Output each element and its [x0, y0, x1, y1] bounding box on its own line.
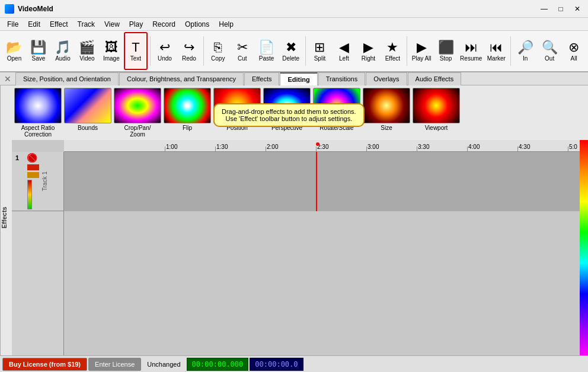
- track-color-orange[interactable]: [27, 172, 39, 178]
- tab-effects[interactable]: Effects: [244, 72, 279, 85]
- menu-item-effect[interactable]: Effect: [45, 19, 72, 30]
- all-toolbar-button[interactable]: ⊗All: [562, 32, 586, 70]
- ruler-mark-8: 4:30: [519, 144, 530, 150]
- menu-item-track[interactable]: Track: [73, 19, 100, 30]
- effect-icon: ★: [386, 41, 398, 54]
- video-toolbar-button[interactable]: 🎬Video: [75, 32, 99, 70]
- menu-item-help[interactable]: Help: [214, 19, 238, 30]
- image-label: Image: [103, 55, 120, 62]
- right-label: Right: [362, 55, 375, 62]
- undo-toolbar-button[interactable]: ↩Undo: [153, 32, 177, 70]
- all-label: All: [571, 55, 577, 62]
- out-toolbar-button[interactable]: 🔍Out: [538, 32, 561, 70]
- effect-rotate-scale[interactable]: Rotate/Scale: [313, 88, 360, 138]
- tab-transitions[interactable]: Transitions: [318, 72, 365, 85]
- in-toolbar-button[interactable]: 🔎In: [513, 32, 537, 70]
- viewport-thumbnail: [413, 88, 460, 123]
- split-icon: ⊞: [314, 41, 325, 54]
- buy-license-button[interactable]: Buy License (from $19): [2, 358, 87, 371]
- effect-aspect-ratio[interactable]: Aspect Ratio Correction: [14, 88, 62, 138]
- audio-toolbar-button[interactable]: 🎵Audio: [51, 32, 75, 70]
- effect-flip[interactable]: Flip: [164, 88, 211, 138]
- resume-label: Resume: [460, 55, 482, 62]
- crop-pan-zoom-label: Crop/Pan/ Zoom: [124, 125, 151, 138]
- enter-license-button[interactable]: Enter License: [88, 358, 141, 371]
- maximize-button[interactable]: □: [555, 3, 567, 15]
- copy-toolbar-button[interactable]: ⎘Copy: [206, 32, 230, 70]
- video-label: Video: [79, 55, 94, 62]
- tab-overlays[interactable]: Overlays: [366, 72, 407, 85]
- marker-toolbar-button[interactable]: ⏮Marker: [484, 32, 508, 70]
- ruler-line-5: [366, 147, 367, 151]
- color-strip: [580, 140, 588, 355]
- effects-sidebar-label: Effects: [1, 206, 8, 228]
- mute-button[interactable]: 🚫: [27, 153, 37, 163]
- effect-perspective[interactable]: Perspective: [263, 88, 311, 138]
- track-content[interactable]: [64, 152, 588, 211]
- undo-label: Undo: [158, 55, 172, 62]
- menu-item-view[interactable]: View: [100, 19, 124, 30]
- ruler-line-7: [467, 147, 468, 151]
- toolbar: 📂Open💾Save🎵Audio🎬Video🖼ImageTText↩Undo↪R…: [0, 31, 588, 72]
- cut-toolbar-button[interactable]: ✂Cut: [231, 32, 254, 70]
- aspect-ratio-thumbnail: [14, 88, 62, 123]
- toolbar-separator: [203, 36, 204, 66]
- play_all-label: Play All: [412, 55, 432, 62]
- right-icon: ▶: [363, 41, 373, 54]
- all-icon: ⊗: [568, 41, 579, 54]
- flip-label: Flip: [183, 125, 192, 131]
- effect-toolbar-button[interactable]: ★Effect: [381, 32, 404, 70]
- ruler-mark-5: 3:00: [368, 144, 379, 150]
- redo-label: Redo: [182, 55, 196, 62]
- close-button[interactable]: ✕: [571, 3, 583, 15]
- tab-colour[interactable]: Colour, Brightness, and Transparency: [119, 72, 244, 85]
- stop-toolbar-button[interactable]: ⬛Stop: [434, 32, 458, 70]
- effect-crop-pan-zoom[interactable]: Crop/Pan/ Zoom: [114, 88, 161, 138]
- open-toolbar-button[interactable]: 📂Open: [2, 32, 26, 70]
- text-toolbar-button[interactable]: TText: [124, 32, 148, 70]
- menu-item-play[interactable]: Play: [124, 19, 148, 30]
- menu-item-options[interactable]: Options: [180, 19, 214, 30]
- ruler-mark-7: 4:00: [468, 144, 480, 150]
- play_all-toolbar-button[interactable]: ▶Play All: [410, 32, 433, 70]
- marker-icon: ⏮: [490, 41, 503, 54]
- effect-size[interactable]: Size: [363, 88, 410, 138]
- ruler-mark-9: 5:0: [569, 144, 577, 150]
- rotate-scale-thumbnail: [313, 88, 360, 123]
- effect-position[interactable]: Position: [213, 88, 261, 138]
- resume-toolbar-button[interactable]: ⏭Resume: [458, 32, 484, 70]
- image-toolbar-button[interactable]: 🖼Image: [100, 32, 123, 70]
- tab-editing[interactable]: Editing: [280, 72, 317, 85]
- ruler-line-3: [266, 147, 266, 151]
- save-label: Save: [32, 55, 46, 62]
- volume-bar: [27, 180, 32, 209]
- minimize-button[interactable]: —: [538, 3, 550, 15]
- time-display-1: 00:00:00.000: [187, 358, 249, 371]
- audio-label: Audio: [55, 55, 71, 62]
- toolbar-separator: [305, 36, 306, 66]
- toolbar-separator: [407, 36, 407, 66]
- menu-item-record[interactable]: Record: [148, 19, 180, 30]
- delete-toolbar-button[interactable]: ✖Delete: [279, 32, 303, 70]
- paste-icon: 📄: [258, 41, 274, 54]
- out-icon: 🔍: [542, 41, 558, 54]
- split-toolbar-button[interactable]: ⊞Split: [308, 32, 331, 70]
- ruler-mark-3: 2:00: [267, 144, 278, 150]
- ruler-line-8: [517, 147, 518, 151]
- save-toolbar-button[interactable]: 💾Save: [27, 32, 50, 70]
- tab-audio-effects[interactable]: Audio Effects: [408, 72, 462, 85]
- close-panel-button[interactable]: ✕: [2, 74, 13, 84]
- size-thumbnail: [363, 88, 410, 123]
- left-toolbar-button[interactable]: ◀Left: [332, 32, 356, 70]
- right-toolbar-button[interactable]: ▶Right: [356, 32, 380, 70]
- effect-viewport[interactable]: Viewport: [413, 88, 460, 138]
- redo-icon: ↪: [184, 41, 194, 54]
- tab-size-pos[interactable]: Size, Position, and Orientation: [15, 72, 119, 85]
- redo-toolbar-button[interactable]: ↪Redo: [177, 32, 201, 70]
- paste-toolbar-button[interactable]: 📄Paste: [255, 32, 279, 70]
- menu-item-edit[interactable]: Edit: [23, 19, 45, 30]
- effect-bounds[interactable]: Bounds: [64, 88, 111, 138]
- menu-item-file[interactable]: File: [2, 19, 23, 30]
- track-color-red[interactable]: [27, 164, 39, 170]
- size-label: Size: [381, 125, 392, 131]
